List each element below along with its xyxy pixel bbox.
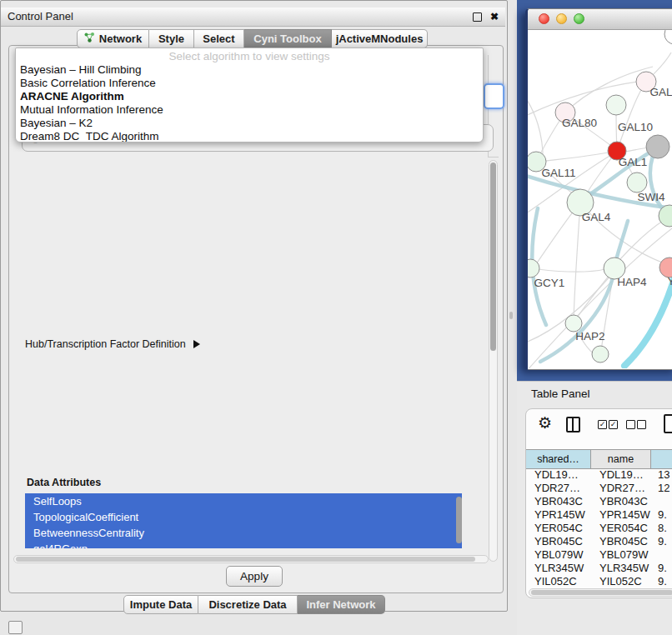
- table-cell: YPR145W: [526, 508, 591, 521]
- table-cell: YLR345W: [526, 562, 591, 574]
- table-cell: YER054C: [526, 522, 591, 534]
- network-node-label: GAL10: [618, 121, 653, 133]
- column-header-clipped[interactable]: A: [651, 450, 672, 468]
- attributes-scrollbar-thumb[interactable]: [456, 497, 462, 543]
- page-icon[interactable]: [664, 414, 672, 433]
- network-node-gal10[interactable]: [606, 95, 626, 115]
- table-row[interactable]: YBR045CYBR045C9.: [526, 534, 672, 548]
- apply-button[interactable]: Apply: [226, 566, 283, 587]
- network-node-label: HAP2: [575, 330, 604, 342]
- table-cell: YBR045C: [591, 535, 651, 548]
- algorithm-option-bayesian-hill-climbing[interactable]: Bayesian – Hill Climbing: [16, 63, 483, 77]
- tab-jactivemnodules[interactable]: jActiveMNodules: [332, 29, 428, 48]
- close-icon[interactable]: ✖: [490, 10, 499, 23]
- network-node[interactable]: [646, 135, 669, 158]
- tab-label: jActiveMNodules: [336, 32, 424, 45]
- table-row[interactable]: YBL079WYBL079W: [526, 548, 672, 561]
- network-view-window: GALGAL80GAL10GAL1GAL11SWI4GAL4GCY1HAP4YH…: [525, 8, 672, 370]
- table-cell: 8.: [651, 522, 672, 534]
- algorithm-option-dream8-dc-tdc-algorithm[interactable]: Dream8 DC_TDC Algorithm: [16, 130, 483, 142]
- network-node[interactable]: [664, 30, 672, 44]
- table-row[interactable]: YLR345WYLR345W9.: [526, 561, 672, 574]
- table-horizontal-scrollbar[interactable]: [529, 588, 672, 597]
- network-node-label: Y: [667, 275, 672, 288]
- network-node-label: HAP4: [617, 276, 647, 288]
- tab-select[interactable]: Select: [194, 29, 244, 48]
- network-node-label: GAL: [649, 86, 672, 98]
- table-scrollbar-thumb[interactable]: [531, 590, 672, 595]
- float-icon[interactable]: [473, 12, 482, 22]
- network-node-label: GCY1: [534, 277, 565, 289]
- checked-box-icon[interactable]: ✓: [609, 420, 618, 429]
- zoom-light-icon[interactable]: [574, 13, 584, 24]
- algorithm-option-aracne-algorithm[interactable]: ARACNE Algorithm: [16, 90, 483, 103]
- network-icon: [84, 32, 95, 45]
- network-node[interactable]: [592, 346, 609, 362]
- table-cell: YBR043C: [526, 495, 591, 508]
- close-light-icon[interactable]: [539, 13, 549, 24]
- tab-label: Cyni Toolbox: [253, 32, 321, 45]
- hub-factor-label: Hub/Transcription Factor Definition: [25, 338, 186, 350]
- algorithm-option-mutual-information-inference[interactable]: Mutual Information Inference: [16, 103, 483, 117]
- tab-style[interactable]: Style: [149, 29, 194, 48]
- settings-horizontal-scrollbar[interactable]: [13, 555, 489, 563]
- tab-cyni-toolbox[interactable]: Cyni Toolbox: [244, 29, 332, 48]
- table-panel-card: ⚙ ✓ ✓ shared… name A YDL19…YDL19…13YDR27…: [525, 408, 672, 598]
- table-panel-title: Table Panel: [531, 388, 590, 400]
- attribute-item-gal4rgexp[interactable]: gal4RGexp: [25, 541, 462, 548]
- tab-infer-network[interactable]: Infer Network: [298, 595, 385, 614]
- minimize-light-icon[interactable]: [556, 13, 567, 24]
- table-cell: 9.: [651, 562, 672, 574]
- control-panel-title: Control Panel: [8, 8, 73, 26]
- cyni-bottom-tabbar: Impute DataDiscretize DataInfer Network: [123, 595, 385, 614]
- algorithm-option-bayesian-k2[interactable]: Bayesian – K2: [16, 117, 483, 130]
- data-attributes-list[interactable]: SelfLoopsTopologicalCoefficientBetweenne…: [25, 493, 462, 548]
- attribute-item-topologicalcoefficient[interactable]: TopologicalCoefficient: [25, 509, 462, 525]
- network-canvas[interactable]: GALGAL80GAL10GAL1GAL11SWI4GAL4GCY1HAP4YH…: [528, 30, 672, 369]
- columns-icon[interactable]: [566, 417, 580, 432]
- table-cell: YDR27…: [591, 482, 651, 494]
- screen: GALGAL80GAL10GAL1GAL11SWI4GAL4GCY1HAP4YH…: [0, 0, 672, 635]
- splitter-handle[interactable]: [509, 312, 513, 319]
- table-cell: YIL052C: [591, 575, 651, 588]
- table-panel-titlebar: Table Panel: [517, 381, 672, 405]
- network-window-titlebar[interactable]: [528, 9, 672, 30]
- unchecked-box-icon[interactable]: [637, 420, 646, 429]
- data-attributes-label: Data Attributes: [27, 477, 101, 488]
- tab-impute-data[interactable]: Impute Data: [123, 595, 198, 614]
- table-cell: YPR145W: [591, 508, 651, 521]
- hub-factor-expander[interactable]: Hub/Transcription Factor Definition: [25, 338, 200, 350]
- settings-vertical-scrollbar[interactable]: [489, 160, 498, 562]
- algorithm-options: Bayesian – Hill ClimbingBasic Correlatio…: [16, 63, 483, 142]
- algorithm-option-basic-correlation-inference[interactable]: Basic Correlation Inference: [16, 77, 483, 90]
- checked-box-icon[interactable]: ✓: [598, 420, 607, 429]
- panel-grip-icon[interactable]: [8, 621, 23, 634]
- network-node-hap2[interactable]: [565, 315, 582, 332]
- gear-icon[interactable]: ⚙: [538, 413, 552, 432]
- attribute-item-selfloops[interactable]: SelfLoops: [25, 493, 462, 509]
- table-row[interactable]: YDR27…YDR27…12: [526, 481, 672, 494]
- network-node-label: GAL4: [582, 211, 611, 223]
- tab-discretize-data[interactable]: Discretize Data: [198, 595, 298, 614]
- table-row[interactable]: YER054CYER054C8.: [526, 521, 672, 534]
- table-row[interactable]: YBR043CYBR043C: [526, 494, 672, 508]
- attribute-item-betweennesscentrality[interactable]: BetweennessCentrality: [25, 525, 462, 541]
- table-row[interactable]: YIL052CYIL052C9.: [526, 574, 672, 587]
- table-row[interactable]: YPR145WYPR145W9.: [526, 508, 672, 521]
- tab-network[interactable]: Network: [77, 29, 149, 48]
- table-row[interactable]: YDL19…YDL19…13: [526, 468, 672, 481]
- table-cell: YBR043C: [591, 495, 651, 508]
- horizontal-scrollbar-thumb[interactable]: [16, 557, 475, 562]
- network-node-swi4[interactable]: [627, 172, 647, 192]
- table-cell: 9.: [651, 508, 672, 521]
- column-header-shared-name[interactable]: shared…: [526, 450, 591, 468]
- control-panel-tabbar: NetworkStyleSelectCyni ToolboxjActiveMNo…: [77, 29, 428, 48]
- settings-scrollbar-thumb[interactable]: [490, 162, 496, 351]
- table-cell: YLR345W: [591, 562, 651, 574]
- tab-label: Style: [158, 32, 184, 45]
- column-header-name[interactable]: name: [591, 450, 651, 468]
- table-body: YDL19…YDL19…13YDR27…YDR27…12YBR043CYBR04…: [526, 468, 672, 587]
- algorithm-dropdown-placeholder: Select algorithm to view settings: [16, 49, 483, 63]
- table-cell: YBL079W: [526, 548, 591, 561]
- unchecked-box-icon[interactable]: [626, 420, 635, 429]
